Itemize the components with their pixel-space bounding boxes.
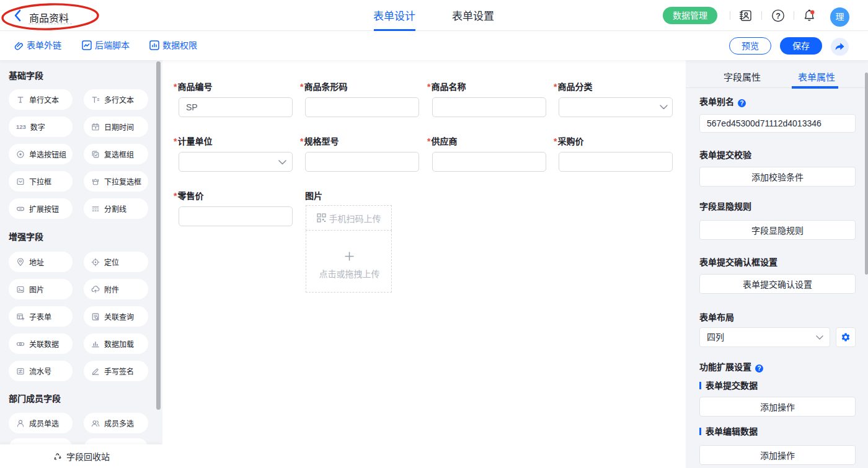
svg-text:?: ? <box>776 12 781 20</box>
